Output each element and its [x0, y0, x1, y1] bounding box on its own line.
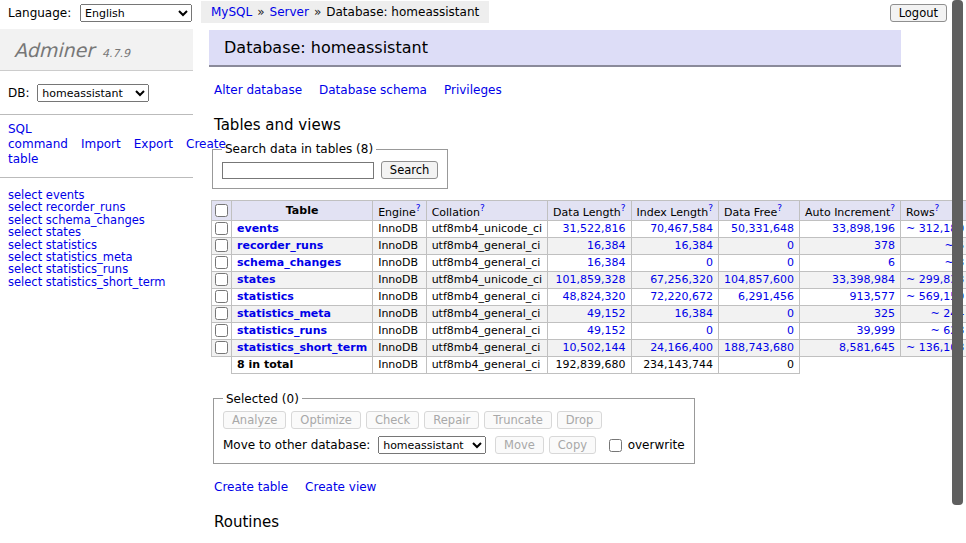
db-action-link-privileges[interactable]: Privileges [444, 83, 502, 97]
data-length-link[interactable]: 16,384 [587, 239, 626, 252]
data-free-link[interactable]: 6,291,456 [738, 290, 794, 303]
index-length-link[interactable]: 24,166,400 [650, 341, 713, 354]
auto-increment-cell: 33,898,196 [800, 220, 901, 237]
data-free-link[interactable]: 104,857,600 [724, 273, 794, 286]
data-length-link[interactable]: 31,522,816 [563, 222, 626, 235]
check-button[interactable]: Check [366, 411, 419, 429]
auto-increment-link[interactable]: 6 [888, 256, 895, 269]
column-help: ? [890, 202, 895, 213]
search-button[interactable]: Search [381, 161, 439, 179]
language-bar: Language: English [8, 4, 192, 22]
auto-increment-link[interactable]: 33,898,196 [832, 222, 895, 235]
column-help-link-collation[interactable]: ? [480, 203, 485, 213]
index-length-cell: 67,256,320 [631, 271, 719, 288]
column-help-link-engine[interactable]: ? [416, 203, 421, 213]
column-help-link-rows[interactable]: ? [935, 203, 940, 213]
analyze-button[interactable]: Analyze [223, 411, 286, 429]
index-length-link[interactable]: 67,256,320 [650, 273, 713, 286]
language-select[interactable]: English [80, 4, 192, 22]
table-name-cell: statistics [232, 288, 373, 305]
breadcrumb-link-server[interactable]: Server [270, 5, 309, 19]
index-length-link[interactable]: 72,220,672 [650, 290, 713, 303]
auto-increment-link[interactable]: 378 [874, 239, 895, 252]
auto-increment-link[interactable]: 33,398,984 [832, 273, 895, 286]
auto-increment-link[interactable]: 913,577 [850, 290, 896, 303]
table-link-statistics[interactable]: statistics [237, 290, 294, 303]
search-input[interactable] [222, 162, 374, 179]
sidebar-action-import[interactable]: Import [81, 137, 121, 151]
logout-button[interactable]: Logout [890, 4, 947, 22]
data-length-link[interactable]: 49,152 [587, 307, 626, 320]
table-row: statistics_short_termInnoDButf8mb4_gener… [212, 339, 966, 356]
table-link-states[interactable]: states [237, 273, 276, 286]
sidebar-action-export[interactable]: Export [134, 137, 173, 151]
create-link-create-view[interactable]: Create view [305, 480, 376, 494]
index-length-link[interactable]: 16,384 [675, 239, 714, 252]
data-free-link[interactable]: 0 [787, 256, 794, 269]
vertical-scrollbar-thumb[interactable] [952, 0, 963, 505]
table-link-recorder-runs[interactable]: recorder_runs [237, 239, 323, 252]
sidebar-item: select statistics_short_term [8, 276, 193, 288]
data-free-link[interactable]: 50,331,648 [731, 222, 794, 235]
table-link-statistics-runs[interactable]: statistics_runs [237, 324, 327, 337]
row-checkbox-events[interactable] [215, 222, 228, 235]
column-header-engine: Engine? [373, 201, 426, 221]
total-index-length-cell: 234,143,744 [631, 356, 719, 373]
auto-increment-link[interactable]: 8,581,645 [839, 341, 895, 354]
db-action-link-alter-database[interactable]: Alter database [214, 83, 302, 97]
auto-increment-link[interactable]: 325 [874, 307, 895, 320]
table-link-schema-changes[interactable]: schema_changes [237, 256, 341, 269]
column-help: ? [621, 202, 626, 213]
column-help-link-data-free[interactable]: ? [777, 203, 782, 213]
overwrite-checkbox[interactable] [609, 439, 622, 452]
move-row: Move to other database: homeassistant Mo… [223, 436, 685, 455]
data-free-link[interactable]: 0 [787, 239, 794, 252]
index-length-link[interactable]: 70,467,584 [650, 222, 713, 235]
breadcrumb-link-mysql[interactable]: MySQL [211, 5, 252, 19]
drop-button[interactable]: Drop [557, 411, 603, 429]
total-trailing-empty [800, 356, 966, 373]
truncate-button[interactable]: Truncate [484, 411, 552, 429]
data-length-link[interactable]: 16,384 [587, 256, 626, 269]
sidebar-item-select-statistics-short-term[interactable]: select statistics_short_term [8, 275, 165, 289]
db-action-link-database-schema[interactable]: Database schema [319, 83, 427, 97]
row-checkbox-states[interactable] [215, 273, 228, 286]
table-link-events[interactable]: events [237, 222, 279, 235]
index-length-link[interactable]: 16,384 [675, 307, 714, 320]
create-link-create-table[interactable]: Create table [214, 480, 288, 494]
index-length-link[interactable]: 0 [706, 256, 713, 269]
row-checkbox-statistics-meta[interactable] [215, 307, 228, 320]
index-length-link[interactable]: 0 [706, 324, 713, 337]
row-checkbox-statistics-short-term[interactable] [215, 341, 228, 354]
data-free-link[interactable]: 0 [787, 307, 794, 320]
optimize-button[interactable]: Optimize [291, 411, 361, 429]
move-database-select[interactable]: homeassistant [378, 436, 486, 454]
data-free-link[interactable]: 0 [787, 324, 794, 337]
column-help-link-index-length[interactable]: ? [708, 203, 713, 213]
column-label: Collation [432, 206, 480, 219]
data-length-link[interactable]: 49,152 [587, 324, 626, 337]
db-select[interactable]: homeassistant [37, 84, 149, 102]
select-all-checkbox[interactable] [215, 204, 228, 217]
sidebar-action-sql-command[interactable]: SQL command [8, 122, 68, 151]
data-length-link[interactable]: 48,824,320 [563, 290, 626, 303]
column-help-link-auto-increment[interactable]: ? [890, 203, 895, 213]
collation-cell: utf8mb4_general_ci [426, 288, 547, 305]
repair-button[interactable]: Repair [424, 411, 479, 429]
column-help-link-data-length[interactable]: ? [621, 203, 626, 213]
table-link-statistics-short-term[interactable]: statistics_short_term [237, 341, 367, 354]
data-length-link[interactable]: 101,859,328 [556, 273, 626, 286]
row-checkbox-statistics-runs[interactable] [215, 324, 228, 337]
table-link-statistics-meta[interactable]: statistics_meta [237, 307, 331, 320]
total-collation-cell: utf8mb4_general_ci [426, 356, 547, 373]
data-length-link[interactable]: 10,502,144 [563, 341, 626, 354]
move-button[interactable]: Move [495, 436, 544, 454]
auto-increment-link[interactable]: 39,999 [857, 324, 896, 337]
app-version-link[interactable]: 4.7.9 [102, 47, 130, 60]
copy-button[interactable]: Copy [549, 436, 596, 454]
row-checkbox-schema-changes[interactable] [215, 256, 228, 269]
table-row: statistics_metaInnoDButf8mb4_general_ci4… [212, 305, 966, 322]
row-checkbox-statistics[interactable] [215, 290, 228, 303]
data-free-link[interactable]: 188,743,680 [724, 341, 794, 354]
row-checkbox-recorder-runs[interactable] [215, 239, 228, 252]
